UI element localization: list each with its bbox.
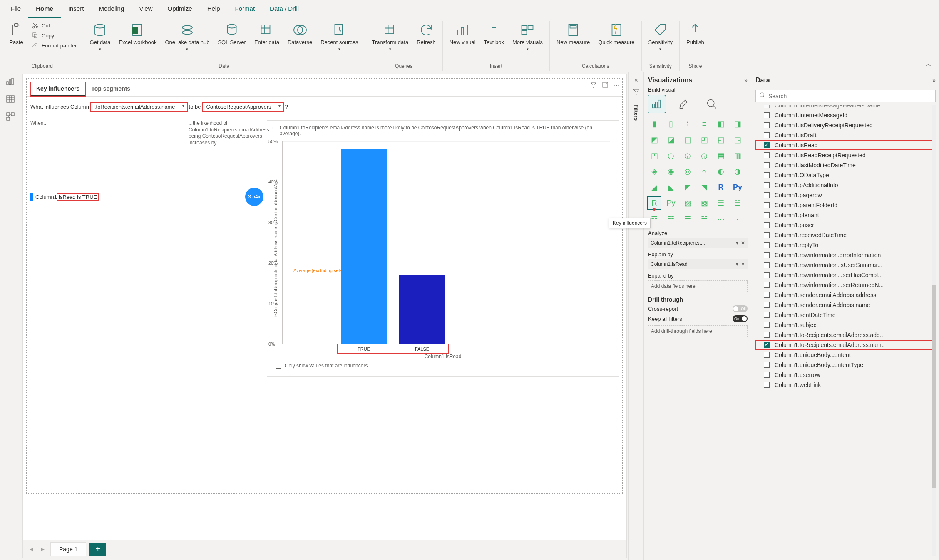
viz-type-scatter[interactable]: ◵ — [681, 149, 694, 162]
report-view-icon[interactable] — [5, 77, 15, 87]
expand-filters-icon[interactable]: « — [635, 77, 638, 83]
viz-type-line-stacked-column[interactable]: ◱ — [715, 134, 727, 146]
field-checkbox[interactable] — [764, 342, 770, 348]
field-checkbox[interactable] — [764, 382, 770, 388]
viz-type-arcgis[interactable]: ☳ — [665, 213, 677, 225]
field-column1-weblink[interactable]: Column1.webLink — [755, 380, 936, 390]
viz-type-filled-map[interactable]: ◉ — [665, 165, 677, 178]
field-checkbox[interactable] — [764, 282, 770, 288]
model-view-icon[interactable] — [5, 112, 15, 121]
page-prev-button[interactable]: ◄ — [27, 546, 35, 553]
page-next-button[interactable]: ► — [39, 546, 47, 553]
data-search[interactable] — [755, 90, 936, 102]
tab-file[interactable]: File — [3, 0, 28, 18]
field-column1-pagerow[interactable]: Column1.pagerow — [755, 190, 936, 200]
field-column1-isread[interactable]: Column1.isRead — [755, 140, 936, 150]
viz-type-line-clustered-column[interactable]: ◰ — [698, 134, 710, 146]
viz-type-key-influencers[interactable]: R — [648, 197, 661, 209]
field-checkbox[interactable] — [764, 112, 770, 118]
field-column1-userrow[interactable]: Column1.userrow — [755, 370, 936, 380]
sensitivity-button[interactable]: Sensitivity▾ — [646, 21, 676, 53]
dataverse-button[interactable]: Dataverse — [285, 21, 315, 47]
cross-report-toggle[interactable]: Off — [733, 305, 748, 312]
field-column1-odatatype[interactable]: Column1.ODataType — [755, 170, 936, 180]
viz-type-multi-row-card[interactable]: ◑ — [731, 165, 744, 178]
field-column1-torecipients-emailaddress-add-[interactable]: Column1.toRecipients.emailAddress.add... — [755, 330, 936, 340]
viz-type-clustered-column[interactable]: ≡ — [698, 118, 710, 130]
viz-type-stacked-bar-100[interactable]: ◧ — [715, 118, 727, 130]
viz-type-pie[interactable]: ◶ — [698, 149, 710, 162]
viz-type-gauge[interactable]: ○ — [698, 165, 710, 178]
bar-true[interactable] — [341, 149, 387, 344]
search-input[interactable] — [768, 93, 932, 99]
viz-type-line[interactable]: ◩ — [648, 134, 661, 146]
field-checkbox[interactable] — [764, 122, 770, 128]
viz-type-card[interactable]: ◐ — [715, 165, 727, 178]
tab-insert[interactable]: Insert — [61, 0, 92, 18]
field-checkbox[interactable] — [764, 232, 770, 238]
collapse-viz-pane-icon[interactable]: » — [744, 77, 748, 84]
keep-filters-toggle[interactable]: On — [733, 315, 748, 322]
only-influencers-checkbox[interactable] — [276, 363, 281, 369]
viz-type-treemap[interactable]: ▥ — [731, 149, 744, 162]
new-visual-button[interactable]: New visual — [447, 21, 478, 47]
field-checkbox[interactable] — [764, 242, 770, 248]
field-checkbox[interactable] — [764, 302, 770, 308]
field-checkbox[interactable] — [764, 142, 770, 148]
tab-optimize[interactable]: Optimize — [160, 0, 200, 18]
field-checkbox[interactable] — [764, 322, 770, 328]
field-checkbox[interactable] — [764, 202, 770, 208]
paste-button[interactable]: Paste — [6, 21, 27, 47]
copy-button[interactable]: Copy — [30, 31, 79, 40]
more-options-icon[interactable]: ⋯ — [613, 81, 620, 90]
viz-type-python-visual[interactable]: Py — [731, 181, 744, 193]
viz-type-stacked-column[interactable]: ⫶ — [681, 118, 694, 130]
viz-type-r-visual[interactable]: R — [715, 181, 727, 193]
ribbon-collapse-button[interactable]: ︿ — [926, 61, 932, 68]
field-checkbox[interactable] — [764, 222, 770, 228]
field-column1-sender-emailaddress-name[interactable]: Column1.sender.emailAddress.name — [755, 300, 936, 310]
field-checkbox[interactable] — [764, 152, 770, 158]
ki-target-picker[interactable]: .toRecipients.emailAddress.name — [91, 102, 187, 111]
format-painter-button[interactable]: Format painter — [30, 41, 79, 50]
viz-type-funnel[interactable]: ◴ — [665, 149, 677, 162]
tab-format[interactable]: Format — [228, 0, 263, 18]
back-arrow-icon[interactable]: ← — [271, 125, 276, 131]
viz-type-powerapps[interactable]: ☱ — [731, 197, 744, 209]
filters-pane[interactable]: « Filters — [628, 72, 643, 560]
field-checkbox[interactable] — [764, 352, 770, 358]
viz-type-clustered-column-100[interactable]: ◨ — [731, 118, 744, 130]
viz-type-sparkline[interactable]: ☴ — [681, 213, 694, 225]
get-data-button[interactable]: Get data▾ — [87, 21, 113, 53]
viz-type-stacked-bar[interactable]: ▮ — [648, 118, 661, 130]
field-column1-rowinformation-userhascompl-[interactable]: Column1.rowinformation.userHasCompl... — [755, 270, 936, 280]
chevron-down-icon[interactable]: ▾ — [736, 261, 738, 267]
key-influencers-visual[interactable]: ⋯ Key influencers Top segments What infl… — [26, 78, 623, 494]
field-column1-receiveddatetime[interactable]: Column1.receivedDateTime — [755, 230, 936, 240]
analyze-field-well[interactable]: Column1.toRecipients.... ▾✕ — [648, 238, 748, 248]
viz-type-map[interactable]: ◈ — [648, 165, 661, 178]
field-column1-padditionalinfo[interactable]: Column1.pAdditionalInfo — [755, 180, 936, 190]
viz-type-matrix[interactable]: ◥ — [698, 181, 710, 193]
field-checkbox[interactable] — [764, 252, 770, 258]
field-column1-uniquebody-content[interactable]: Column1.uniqueBody.content — [755, 350, 936, 360]
tab-home[interactable]: Home — [28, 0, 61, 18]
field-column1-sentdatetime[interactable]: Column1.sentDateTime — [755, 310, 936, 320]
tab-top-segments[interactable]: Top segments — [85, 82, 136, 96]
tab-view[interactable]: View — [132, 0, 160, 18]
quick-measure-button[interactable]: Quick measure — [596, 21, 637, 47]
field-column1-lastmodifieddatetime[interactable]: Column1.lastModifiedDateTime — [755, 160, 936, 170]
viz-type-slicer[interactable]: ◣ — [665, 181, 677, 193]
ki-influencer-item[interactable]: isRead is TRUE — [57, 194, 99, 200]
viz-type-area[interactable]: ◪ — [665, 134, 677, 146]
page-tab-1[interactable]: Page 1 — [50, 542, 86, 556]
focus-mode-icon[interactable] — [601, 81, 609, 90]
field-column1-rowinformation-isusersummar-[interactable]: Column1.rowinformation.isUserSummar... — [755, 260, 936, 270]
analytics-tab[interactable] — [703, 95, 720, 113]
field-column1-isreadreceiptrequested[interactable]: Column1.isReadReceiptRequested — [755, 150, 936, 160]
field-column1-parentfolderid[interactable]: Column1.parentFolderId — [755, 200, 936, 210]
field-column1-subject[interactable]: Column1.subject — [755, 320, 936, 330]
field-checkbox[interactable] — [764, 172, 770, 178]
field-list[interactable]: Column1.internetMessageHeaders.valueColu… — [755, 105, 936, 556]
viz-type-clustered-bar[interactable]: ▯ — [665, 118, 677, 130]
